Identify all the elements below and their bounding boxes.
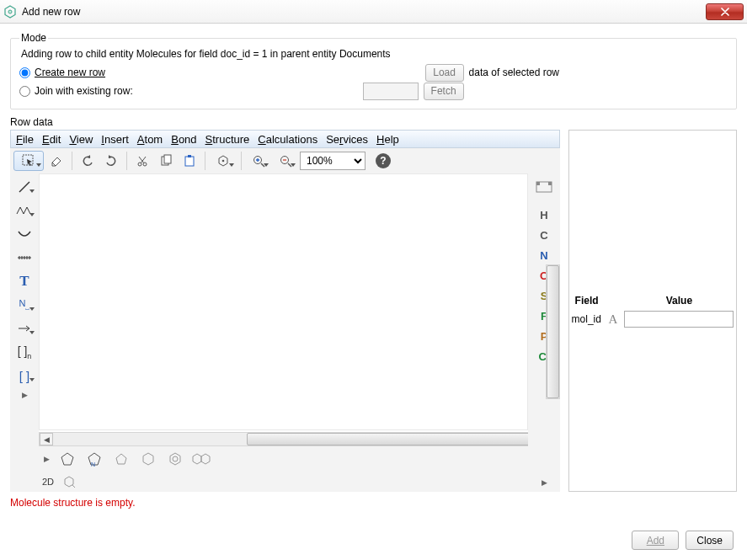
- shape-pentagon-n-tool[interactable]: N: [83, 449, 105, 469]
- menu-view[interactable]: View: [69, 133, 93, 146]
- svg-rect-7: [185, 157, 194, 166]
- svg-point-19: [173, 456, 178, 461]
- element-toolbar-more[interactable]: ▶: [540, 477, 549, 488]
- menu-calculations[interactable]: Calculations: [258, 133, 317, 146]
- undo-button[interactable]: [77, 151, 99, 171]
- shape-hexagon-tool[interactable]: [137, 449, 159, 469]
- svg-marker-17: [143, 453, 153, 465]
- shape-fused-tool[interactable]: [191, 449, 213, 469]
- menu-bond[interactable]: Bond: [171, 133, 196, 146]
- scroll-left-arrow[interactable]: ◀: [40, 433, 53, 445]
- value-header: Value: [621, 292, 737, 309]
- svg-rect-24: [536, 182, 540, 185]
- main-toolbar: 100% ?: [10, 148, 560, 173]
- add-button[interactable]: Add: [632, 531, 679, 550]
- menu-edit[interactable]: Edit: [42, 133, 61, 146]
- radio-create-input[interactable]: [19, 67, 30, 78]
- menu-services[interactable]: Services: [326, 133, 368, 146]
- periodic-table-icon[interactable]: [533, 177, 555, 197]
- zoom-out-button[interactable]: [273, 151, 298, 171]
- mode-description: Adding row to child entity Molecules for…: [19, 48, 728, 60]
- erase-tool[interactable]: [45, 151, 67, 171]
- shape-pentagon-tool[interactable]: [56, 449, 78, 469]
- load-suffix: data of selected row: [469, 67, 559, 78]
- radio-create-label: Create new row: [35, 67, 105, 78]
- svg-rect-8: [188, 155, 191, 157]
- mode-fieldset: Mode Adding row to child entity Molecule…: [10, 32, 737, 109]
- svg-point-1: [8, 10, 12, 13]
- elem-c[interactable]: C: [531, 226, 557, 244]
- zoom-in-button[interactable]: [246, 151, 271, 171]
- load-button[interactable]: Load: [425, 64, 464, 82]
- molecule-editor: File Edit View Insert Atom Bond Structur…: [10, 130, 560, 492]
- error-message: Molecule structure is empty.: [10, 497, 737, 509]
- shape-pentagon2-tool[interactable]: [110, 449, 132, 469]
- app-icon: [3, 5, 17, 19]
- mode-legend: Mode: [19, 32, 48, 44]
- menu-structure[interactable]: Structure: [205, 133, 250, 146]
- bond-curve-tool[interactable]: [13, 224, 35, 244]
- menu-insert[interactable]: Insert: [101, 133, 129, 146]
- field-value-input[interactable]: [624, 311, 734, 328]
- close-button[interactable]: Close: [686, 531, 734, 550]
- rowdata-legend: Row data: [10, 116, 737, 128]
- svg-rect-25: [548, 182, 552, 185]
- radio-join-label: Join with existing row:: [35, 85, 133, 97]
- dimension-toolbar: 2D: [39, 472, 528, 492]
- elem-n[interactable]: N: [531, 246, 557, 264]
- field-type-icon: A: [606, 309, 622, 329]
- svg-marker-20: [193, 454, 201, 464]
- paste-button[interactable]: [179, 151, 200, 171]
- field-header: Field: [568, 292, 606, 309]
- vscroll-thumb[interactable]: [547, 265, 559, 398]
- menubar: File Edit View Insert Atom Bond Structur…: [10, 130, 560, 148]
- help-button[interactable]: ?: [376, 153, 391, 168]
- bracket-n-tool[interactable]: [ ]n: [13, 342, 35, 362]
- menu-help[interactable]: Help: [376, 133, 399, 146]
- join-id-input[interactable]: [363, 83, 419, 100]
- cut-button[interactable]: [131, 151, 153, 171]
- shape-toolbar-more-left[interactable]: ▶: [42, 453, 51, 465]
- left-toolbar-more[interactable]: ▶: [20, 389, 29, 401]
- window-close-button[interactable]: [706, 3, 744, 20]
- radio-join-row[interactable]: Join with existing row:: [19, 85, 133, 97]
- svg-rect-6: [164, 155, 171, 163]
- text-tool[interactable]: T: [13, 271, 35, 291]
- horizontal-scrollbar[interactable]: ◀ ▶: [39, 432, 528, 446]
- bond-single-tool[interactable]: [12, 177, 37, 197]
- dialog-footer: Add Close: [632, 531, 734, 550]
- titlebar: Add new row: [0, 0, 747, 24]
- svg-marker-21: [201, 454, 210, 464]
- copy-button[interactable]: [155, 151, 177, 171]
- window-title: Add new row: [22, 6, 706, 18]
- clean-tool[interactable]: [210, 151, 237, 171]
- menu-atom[interactable]: Atom: [137, 133, 163, 146]
- svg-marker-22: [65, 477, 73, 487]
- radio-create-row[interactable]: Create new row: [19, 67, 105, 78]
- redo-button[interactable]: [100, 151, 122, 171]
- svg-marker-13: [61, 453, 73, 465]
- field-row: mol_id A: [568, 309, 738, 329]
- arrow-tool[interactable]: [12, 318, 37, 339]
- fetch-button[interactable]: Fetch: [424, 83, 464, 100]
- scroll-thumb[interactable]: [247, 433, 533, 445]
- elem-h[interactable]: H: [531, 205, 557, 224]
- dim-2d-label[interactable]: 2D: [42, 477, 54, 487]
- left-toolbar: T N⎵ [ ]n [ ] ▶: [10, 173, 39, 492]
- name-tool[interactable]: N⎵: [12, 295, 37, 315]
- radio-join-input[interactable]: [19, 86, 30, 97]
- field-name: mol_id: [568, 309, 606, 329]
- field-value-panel: Field Value mol_id A: [568, 130, 737, 492]
- menu-file[interactable]: File: [16, 133, 34, 146]
- canvas-container: ◀ ▶ ▶ N 2D: [39, 173, 528, 492]
- bracket-tool[interactable]: [ ]: [12, 365, 37, 386]
- ruler-tool[interactable]: [13, 248, 35, 268]
- dim-clean-icon[interactable]: [61, 473, 77, 490]
- shape-benzene-tool[interactable]: [164, 449, 186, 469]
- chain-tool[interactable]: [12, 200, 37, 221]
- zoom-select[interactable]: 100%: [300, 152, 365, 170]
- vertical-scrollbar[interactable]: [546, 264, 560, 399]
- selection-tool[interactable]: [13, 151, 44, 171]
- drawing-canvas[interactable]: [39, 173, 528, 430]
- element-toolbar: H C N O S F P Cl ▶: [528, 173, 560, 492]
